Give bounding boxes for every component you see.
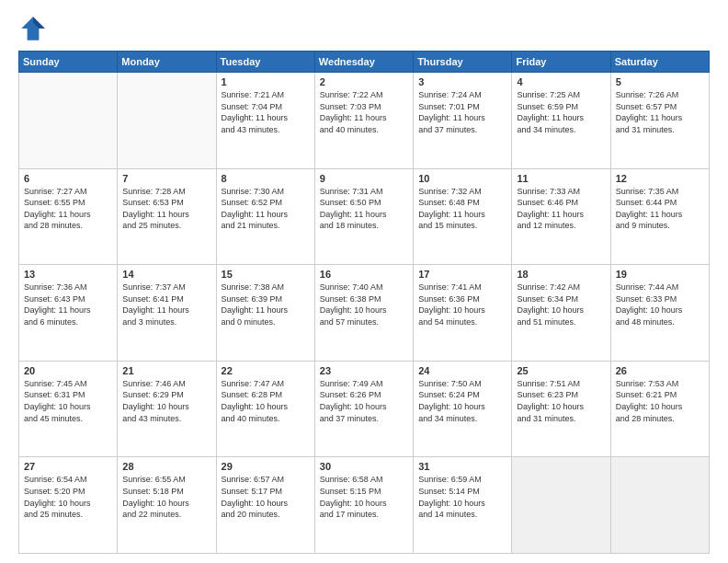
day-number: 25 [517,365,605,376]
day-info: Sunrise: 7:45 AM Sunset: 6:31 PM Dayligh… [24,378,112,424]
day-number: 16 [320,269,408,280]
weekday-header: Sunday [19,52,118,73]
calendar-day-cell: 30Sunrise: 6:58 AM Sunset: 5:15 PM Dayli… [314,457,413,554]
calendar-day-cell: 23Sunrise: 7:49 AM Sunset: 6:26 PM Dayli… [314,361,413,457]
calendar-day-cell: 18Sunrise: 7:42 AM Sunset: 6:34 PM Dayli… [512,265,610,362]
day-info: Sunrise: 7:30 AM Sunset: 6:52 PM Dayligh… [222,186,310,232]
day-number: 17 [418,269,506,280]
calendar-day-cell: 21Sunrise: 7:46 AM Sunset: 6:29 PM Dayli… [118,361,216,457]
day-info: Sunrise: 7:35 AM Sunset: 6:44 PM Dayligh… [616,186,704,232]
calendar-day-cell: 29Sunrise: 6:57 AM Sunset: 5:17 PM Dayli… [216,457,314,554]
calendar-day-cell: 9Sunrise: 7:31 AM Sunset: 6:50 PM Daylig… [314,168,413,265]
day-info: Sunrise: 7:38 AM Sunset: 6:39 PM Dayligh… [222,282,310,327]
day-info: Sunrise: 7:46 AM Sunset: 6:29 PM Dayligh… [122,378,210,424]
day-number: 6 [24,173,112,184]
calendar-day-cell: 20Sunrise: 7:45 AM Sunset: 6:31 PM Dayli… [19,361,118,457]
day-info: Sunrise: 7:51 AM Sunset: 6:23 PM Dayligh… [517,378,605,424]
day-number: 22 [222,365,310,376]
day-info: Sunrise: 7:22 AM Sunset: 7:03 PM Dayligh… [320,89,408,135]
calendar-day-cell: 7Sunrise: 7:28 AM Sunset: 6:53 PM Daylig… [118,168,216,265]
day-info: Sunrise: 7:31 AM Sunset: 6:50 PM Dayligh… [320,186,408,232]
day-number: 20 [24,365,112,376]
day-info: Sunrise: 6:54 AM Sunset: 5:20 PM Dayligh… [24,474,112,520]
day-number: 3 [418,76,506,87]
calendar-day-cell: 11Sunrise: 7:33 AM Sunset: 6:46 PM Dayli… [512,168,610,265]
day-info: Sunrise: 7:49 AM Sunset: 6:26 PM Dayligh… [320,378,408,424]
calendar-day-cell: 31Sunrise: 6:59 AM Sunset: 5:14 PM Dayli… [414,457,512,554]
calendar-week-row: 6Sunrise: 7:27 AM Sunset: 6:55 PM Daylig… [19,168,710,265]
day-info: Sunrise: 6:57 AM Sunset: 5:17 PM Dayligh… [222,474,310,520]
calendar-day-cell: 10Sunrise: 7:32 AM Sunset: 6:48 PM Dayli… [414,168,512,265]
calendar-day-cell: 16Sunrise: 7:40 AM Sunset: 6:38 PM Dayli… [314,265,413,362]
page: SundayMondayTuesdayWednesdayThursdayFrid… [0,0,728,563]
day-info: Sunrise: 7:40 AM Sunset: 6:38 PM Dayligh… [320,282,408,327]
day-info: Sunrise: 7:53 AM Sunset: 6:21 PM Dayligh… [616,378,704,424]
day-number: 12 [616,173,704,184]
calendar-day-cell: 1Sunrise: 7:21 AM Sunset: 7:04 PM Daylig… [216,73,314,169]
calendar-day-cell: 3Sunrise: 7:24 AM Sunset: 7:01 PM Daylig… [414,73,512,169]
calendar-day-cell: 24Sunrise: 7:50 AM Sunset: 6:24 PM Dayli… [414,361,512,457]
day-number: 14 [122,269,210,280]
day-info: Sunrise: 7:27 AM Sunset: 6:55 PM Dayligh… [24,186,112,232]
day-number: 15 [222,269,310,280]
weekday-header: Wednesday [314,52,413,73]
calendar-day-cell: 14Sunrise: 7:37 AM Sunset: 6:41 PM Dayli… [118,265,216,362]
day-number: 28 [122,461,210,472]
day-number: 30 [320,461,408,472]
day-info: Sunrise: 7:36 AM Sunset: 6:43 PM Dayligh… [24,282,112,327]
calendar-day-cell: 25Sunrise: 7:51 AM Sunset: 6:23 PM Dayli… [512,361,610,457]
calendar-week-row: 27Sunrise: 6:54 AM Sunset: 5:20 PM Dayli… [19,457,710,554]
calendar-day-cell [19,73,118,169]
day-info: Sunrise: 7:41 AM Sunset: 6:36 PM Dayligh… [418,282,506,327]
calendar-day-cell: 27Sunrise: 6:54 AM Sunset: 5:20 PM Dayli… [19,457,118,554]
calendar-day-cell: 4Sunrise: 7:25 AM Sunset: 6:59 PM Daylig… [512,73,610,169]
day-info: Sunrise: 6:55 AM Sunset: 5:18 PM Dayligh… [122,474,210,520]
day-number: 21 [122,365,210,376]
weekday-header: Monday [118,52,216,73]
logo [18,14,51,43]
calendar-day-cell [118,73,216,169]
weekday-header: Thursday [414,52,512,73]
day-number: 10 [418,173,506,184]
calendar-day-cell: 12Sunrise: 7:35 AM Sunset: 6:44 PM Dayli… [610,168,709,265]
day-info: Sunrise: 7:50 AM Sunset: 6:24 PM Dayligh… [418,378,506,424]
day-number: 9 [320,173,408,184]
weekday-header: Tuesday [216,52,314,73]
calendar-day-cell: 28Sunrise: 6:55 AM Sunset: 5:18 PM Dayli… [118,457,216,554]
calendar-week-row: 20Sunrise: 7:45 AM Sunset: 6:31 PM Dayli… [19,361,710,457]
day-number: 26 [616,365,704,376]
calendar-day-cell: 19Sunrise: 7:44 AM Sunset: 6:33 PM Dayli… [610,265,709,362]
day-number: 31 [418,461,506,472]
day-info: Sunrise: 7:44 AM Sunset: 6:33 PM Dayligh… [616,282,704,327]
day-number: 24 [418,365,506,376]
day-info: Sunrise: 7:42 AM Sunset: 6:34 PM Dayligh… [517,282,605,327]
day-info: Sunrise: 7:47 AM Sunset: 6:28 PM Dayligh… [222,378,310,424]
calendar-day-cell: 5Sunrise: 7:26 AM Sunset: 6:57 PM Daylig… [610,73,709,169]
day-info: Sunrise: 6:59 AM Sunset: 5:14 PM Dayligh… [418,474,506,520]
day-number: 18 [517,269,605,280]
day-number: 2 [320,76,408,87]
day-number: 19 [616,269,704,280]
day-info: Sunrise: 6:58 AM Sunset: 5:15 PM Dayligh… [320,474,408,520]
calendar-day-cell: 2Sunrise: 7:22 AM Sunset: 7:03 PM Daylig… [314,73,413,169]
day-number: 27 [24,461,112,472]
calendar-day-cell [610,457,709,554]
day-number: 11 [517,173,605,184]
day-info: Sunrise: 7:37 AM Sunset: 6:41 PM Dayligh… [122,282,210,327]
calendar-week-row: 13Sunrise: 7:36 AM Sunset: 6:43 PM Dayli… [19,265,710,362]
weekday-header: Friday [512,52,610,73]
calendar-day-cell: 15Sunrise: 7:38 AM Sunset: 6:39 PM Dayli… [216,265,314,362]
day-number: 4 [517,76,605,87]
day-number: 23 [320,365,408,376]
day-number: 29 [222,461,310,472]
header [18,14,710,43]
calendar-day-cell: 6Sunrise: 7:27 AM Sunset: 6:55 PM Daylig… [19,168,118,265]
day-number: 13 [24,269,112,280]
day-number: 7 [122,173,210,184]
logo-icon [18,14,48,43]
day-info: Sunrise: 7:25 AM Sunset: 6:59 PM Dayligh… [517,89,605,135]
weekday-header: Saturday [610,52,709,73]
calendar-day-cell: 8Sunrise: 7:30 AM Sunset: 6:52 PM Daylig… [216,168,314,265]
day-info: Sunrise: 7:26 AM Sunset: 6:57 PM Dayligh… [616,89,704,135]
calendar-table: SundayMondayTuesdayWednesdayThursdayFrid… [18,51,710,554]
